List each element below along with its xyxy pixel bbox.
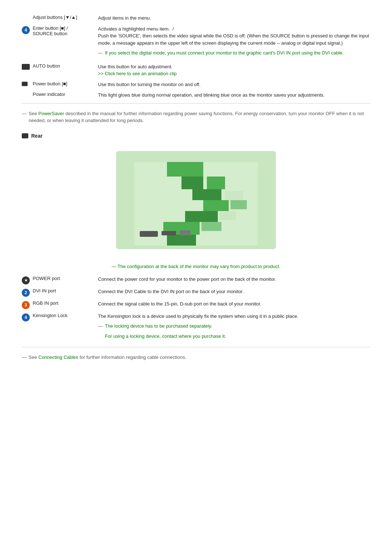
badge-3: 3 (22, 301, 30, 309)
rear-diagram-container (105, 144, 287, 256)
kensington-row: 4 Kensington Lock The Kensington lock is… (22, 313, 370, 343)
svg-rect-9 (185, 211, 218, 222)
badge-4b: 4 (22, 313, 30, 321)
adjust-buttons-row: Adjust buttons [▼/▲] Adjust items in the… (22, 15, 370, 22)
power-label: Power button [■] (33, 81, 98, 86)
svg-rect-12 (201, 222, 221, 231)
rgb-port-row: 3 RGB IN port Connect the signal cable t… (22, 300, 370, 309)
cable-note: — See Connecting Cables for further info… (22, 347, 370, 361)
svg-rect-13 (167, 235, 196, 246)
svg-rect-8 (230, 200, 247, 209)
enter-icon: 4 (22, 26, 33, 34)
svg-rect-4 (207, 177, 225, 189)
dvi-port-row: 2 DVI IN port Connect the DVI Cable to t… (22, 288, 370, 297)
auto-desc: Use this button for auto adjustment. >> … (98, 63, 370, 77)
power-indicator-desc: This light glows blue during normal oper… (98, 92, 370, 99)
auto-animation-link[interactable]: >> Click here to see an animation clip (98, 71, 177, 76)
power-port-row: ★ POWER port Connect the power cord for … (22, 276, 370, 284)
rgb-port-icon: 3 (22, 301, 33, 309)
dvi-port-icon: 2 (22, 289, 33, 297)
adjust-label: Adjust buttons [▼/▲] (33, 15, 98, 20)
enter-desc: Activates a highlighted menu item. / Pus… (98, 25, 370, 60)
rear-section: Rear (22, 133, 370, 361)
front-controls-section: Adjust buttons [▼/▲] Adjust items in the… (22, 15, 370, 124)
svg-rect-7 (203, 200, 229, 211)
enter-source-row: 4 Enter button [■] /SOURCE button Activa… (22, 25, 370, 60)
dvi-port-desc: Connect the DVI Cable to the DVI IN port… (98, 288, 370, 295)
kensington-label: Kensington Lock (33, 313, 98, 318)
svg-rect-15 (162, 231, 176, 235)
kensington-note2: — For using a locking device, contact wh… (98, 333, 370, 340)
rear-diagram-svg (105, 144, 287, 256)
power-indicator-label: Power indicator (33, 92, 98, 97)
power-port-icon: ★ (22, 276, 33, 284)
power-saver-note: — See PowerSaver described in the manual… (22, 103, 370, 124)
power-port-label: POWER port (33, 276, 98, 281)
power-indicator-row: Power indicator This light glows blue du… (22, 92, 370, 99)
svg-rect-5 (192, 189, 221, 200)
rear-header-label: Rear (31, 133, 42, 139)
power-port-desc: Connect the power cord for your monitor … (98, 276, 370, 283)
rear-header-icon (22, 133, 28, 138)
auto-black-sq (22, 64, 30, 70)
svg-rect-2 (167, 162, 203, 177)
power-black-sq (22, 82, 28, 86)
auto-icon (22, 64, 33, 71)
kensington-desc: The Kensington lock is a device used to … (98, 313, 370, 343)
source-note: — If you select the digital mode, you mu… (98, 49, 370, 57)
badge-4: 4 (22, 26, 30, 34)
rgb-port-label: RGB IN port (33, 300, 98, 306)
power-button-row: Power button [■] Use this button for tur… (22, 81, 370, 88)
svg-rect-16 (180, 230, 191, 235)
adjust-desc: Adjust items in the menu. (98, 15, 370, 22)
enter-label: Enter button [■] /SOURCE button (33, 25, 98, 36)
badge-2: 2 (22, 289, 30, 297)
powersaver-link[interactable]: PowerSaver (38, 111, 64, 116)
badge-star: ★ (22, 276, 30, 284)
power-desc: Use this button for turning the monitor … (98, 81, 370, 88)
auto-label: AUTO button (33, 63, 98, 69)
rear-header: Rear (22, 133, 370, 139)
power-icon (22, 82, 33, 87)
kensington-note1: — The locking device has to be purchased… (98, 323, 370, 330)
dvi-port-label: DVI IN port (33, 288, 98, 293)
svg-rect-14 (140, 231, 158, 237)
auto-button-row: AUTO button Use this button for auto adj… (22, 63, 370, 77)
config-note: — The configuration at the back of the m… (22, 264, 370, 269)
connecting-cables-link[interactable]: Connecting Cables (38, 355, 78, 360)
kensington-icon: 4 (22, 313, 33, 321)
svg-rect-3 (181, 177, 203, 189)
svg-rect-10 (220, 211, 236, 220)
rgb-port-desc: Connect the signal cable to the 15-pin, … (98, 300, 370, 308)
